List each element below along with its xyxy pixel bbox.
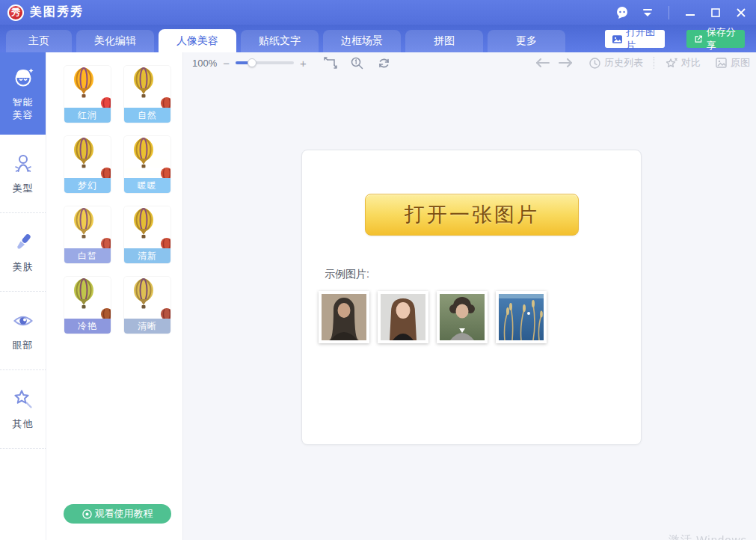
- filter-label: 自然: [124, 108, 170, 123]
- brush-icon: [12, 231, 34, 254]
- compare-star-icon: [665, 58, 677, 69]
- filter-item-dreamy[interactable]: 梦幻: [64, 136, 111, 193]
- sample-images-row: [319, 291, 547, 343]
- original-image-button[interactable]: 原图: [716, 56, 750, 70]
- tab-sticker-text[interactable]: 贴纸文字: [241, 30, 319, 52]
- app-title: 美图秀秀: [30, 4, 84, 20]
- sidebar-item-label: 美型: [12, 182, 34, 194]
- app-window: 秀 美图秀秀 主页 美化编辑 人像美容 贴纸文字: [0, 0, 756, 540]
- redo-arrow-icon[interactable]: [558, 55, 573, 70]
- sidebar-item-label: 美肤: [12, 260, 34, 273]
- tab-more[interactable]: 更多: [488, 30, 565, 52]
- filter-item-cool[interactable]: 冷艳: [64, 277, 111, 334]
- watch-tutorial-label: 观看使用教程: [95, 507, 153, 521]
- save-share-label: 保存分享: [707, 25, 737, 52]
- filter-label: 梦幻: [64, 178, 111, 193]
- titlebar-divider: [669, 6, 669, 19]
- filter-label: 暖暖: [124, 178, 170, 193]
- zoom-slider-thumb[interactable]: [248, 58, 256, 67]
- canvas-area: 100% − +: [183, 52, 756, 540]
- export-icon: [694, 34, 703, 45]
- balloon-thumbnail: [64, 206, 111, 248]
- undo-arrow-icon[interactable]: [535, 55, 550, 70]
- tab-collage[interactable]: 拼图: [405, 30, 483, 52]
- category-sidebar: 智能美容 美型 美肤 眼部: [0, 52, 46, 540]
- fit-screen-icon[interactable]: [323, 55, 338, 70]
- filter-item-natural[interactable]: 自然: [124, 66, 170, 123]
- filter-label: 白皙: [64, 248, 111, 263]
- filter-panel: 红润 自然 梦幻 暖暖 白皙: [46, 52, 183, 540]
- filter-label: 清晰: [124, 319, 170, 334]
- filter-label: 清新: [124, 248, 170, 263]
- sidebar-item-other[interactable]: 其他: [0, 370, 46, 449]
- canvas-toolbar: 100% − +: [183, 52, 756, 73]
- history-list-label: 历史列表: [604, 56, 643, 70]
- eye-icon: [82, 509, 92, 519]
- close-icon[interactable]: [734, 5, 749, 20]
- sidebar-item-smart-beauty[interactable]: 智能美容: [0, 52, 46, 135]
- minimize-icon[interactable]: [683, 5, 698, 20]
- filter-item-warm[interactable]: 暖暖: [124, 136, 170, 193]
- samples-caption: 示例图片:: [325, 268, 369, 281]
- rotate-reset-icon[interactable]: [377, 55, 392, 70]
- watch-tutorial-button[interactable]: 观看使用教程: [64, 504, 171, 524]
- sidebar-item-eyes[interactable]: 眼部: [0, 292, 46, 370]
- eye-icon: [12, 310, 34, 332]
- titlebar: 秀 美图秀秀: [0, 0, 756, 25]
- feedback-chat-icon[interactable]: [615, 5, 630, 20]
- open-image-label: 打开图片: [626, 25, 657, 52]
- filter-item-clear[interactable]: 清晰: [124, 277, 170, 334]
- sample-image-portrait-woman-light[interactable]: [378, 291, 428, 343]
- balloon-thumbnail: [64, 136, 111, 178]
- filter-item-fair[interactable]: 白皙: [64, 206, 111, 263]
- sidebar-item-skin[interactable]: 美肤: [0, 213, 46, 292]
- balloon-thumbnail: [124, 277, 170, 319]
- save-share-button[interactable]: 保存分享: [686, 30, 745, 48]
- filter-label: 红润: [64, 108, 111, 123]
- image-icon: [612, 34, 622, 44]
- original-image-label: 原图: [731, 56, 750, 70]
- zoom-1-1-icon[interactable]: [350, 55, 365, 70]
- balloon-thumbnail: [124, 66, 170, 108]
- image-icon: [716, 58, 727, 68]
- welcome-card: 打开一张图片 示例图片:: [301, 150, 642, 445]
- main-tabbar: 主页 美化编辑 人像美容 贴纸文字 边框场景 拼图 更多 打开图片 保存分享: [0, 25, 756, 52]
- compare-label: 对比: [681, 56, 701, 70]
- toolbar-divider: [654, 57, 654, 69]
- zoom-slider[interactable]: [236, 61, 294, 64]
- clock-icon: [589, 58, 600, 69]
- theme-menu-caret-icon[interactable]: [640, 5, 655, 20]
- tab-portrait-beauty[interactable]: 人像美容: [159, 29, 236, 52]
- zoom-level-value: 100%: [192, 58, 217, 69]
- history-list-button[interactable]: 历史列表: [589, 56, 643, 70]
- app-logo-icon: 秀: [7, 4, 24, 21]
- filter-item-rosy[interactable]: 红润: [64, 66, 111, 123]
- tab-beautify-edit[interactable]: 美化编辑: [76, 30, 154, 52]
- zoom-in-button[interactable]: +: [300, 58, 307, 69]
- zoom-out-button[interactable]: −: [223, 58, 230, 69]
- sample-image-portrait-woman-tan[interactable]: [319, 291, 369, 343]
- star-wand-icon: [12, 388, 34, 411]
- sample-image-seaside-grass[interactable]: [496, 291, 547, 343]
- sample-image-portrait-child[interactable]: [437, 291, 488, 343]
- figure-icon: [12, 153, 34, 175]
- balloon-thumbnail: [64, 277, 111, 319]
- filter-label: 冷艳: [64, 319, 111, 334]
- sidebar-item-face-shape[interactable]: 美型: [0, 135, 46, 213]
- compare-button[interactable]: 对比: [665, 56, 701, 70]
- balloon-thumbnail: [124, 136, 170, 178]
- sidebar-item-label: 其他: [12, 417, 34, 430]
- open-a-picture-button[interactable]: 打开一张图片: [365, 194, 579, 236]
- tab-frame-scene[interactable]: 边框场景: [323, 30, 401, 52]
- tab-home[interactable]: 主页: [6, 30, 72, 52]
- activate-windows-watermark: 激活 Windows: [669, 533, 747, 540]
- balloon-thumbnail: [64, 66, 111, 108]
- maximize-icon[interactable]: [708, 5, 723, 20]
- face-sparkle-icon: [12, 67, 34, 89]
- filter-item-fresh[interactable]: 清新: [124, 206, 170, 263]
- sidebar-item-label: 眼部: [12, 339, 34, 352]
- sidebar-item-label: 智能美容: [10, 96, 36, 121]
- open-image-button[interactable]: 打开图片: [605, 30, 665, 48]
- balloon-thumbnail: [124, 206, 170, 248]
